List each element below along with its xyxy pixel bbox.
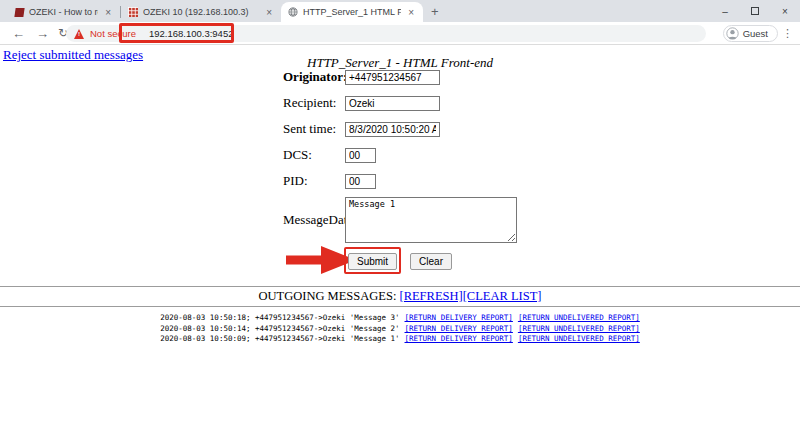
pid-label: PID: <box>283 173 345 189</box>
tab-bar: OZEKI - How to receive SMS in C × OZEKI … <box>0 0 800 22</box>
return-delivery-report-link[interactable]: [RETURN DELIVERY REPORT] <box>405 313 513 322</box>
sent-time-input[interactable] <box>345 122 440 137</box>
divider <box>0 306 800 307</box>
sms-form: Originator: Recipient: Sent time: DCS: P… <box>283 64 517 246</box>
maximize-icon <box>751 7 759 15</box>
window-controls: – × <box>710 0 800 22</box>
tab-title: OZEKI - How to receive SMS in C <box>29 7 98 17</box>
form-row: Recipient: <box>283 90 517 116</box>
clear-button[interactable]: Clear <box>410 253 452 270</box>
outgoing-message-row: 2020-08-03 10:50:09; +447951234567->Ozek… <box>0 334 800 345</box>
profile-button[interactable]: Guest <box>723 25 778 42</box>
originator-input[interactable] <box>345 70 440 85</box>
return-undelivered-report-link[interactable]: [RETURN UNDELIVERED REPORT] <box>518 334 640 343</box>
url-text[interactable]: 192.168.100.3:9452 <box>149 28 234 39</box>
globe-icon <box>288 7 298 17</box>
form-row: Sent time: <box>283 116 517 142</box>
form-row: DCS: <box>283 142 517 168</box>
not-secure-label[interactable]: Not secure <box>90 28 136 39</box>
form-row: MessageData: Message 1 <box>283 194 517 246</box>
close-window-button[interactable]: × <box>770 0 800 22</box>
recipient-input[interactable] <box>345 96 440 111</box>
message-data-textarea[interactable]: Message 1 <box>345 197 517 243</box>
outgoing-message-row: 2020-08-03 10:50:18; +447951234567->Ozek… <box>0 313 800 324</box>
close-tab-icon[interactable]: × <box>406 7 416 18</box>
page-content: Reject submitted messages HTTP_Server_1 … <box>0 46 800 425</box>
refresh-link[interactable]: [REFRESH] <box>399 289 462 303</box>
tab-title: OZEKI 10 (192.168.100.3) <box>143 7 259 17</box>
return-delivery-report-link[interactable]: [RETURN DELIVERY REPORT] <box>405 334 513 343</box>
tab-ozeki-article[interactable]: OZEKI - How to receive SMS in C × <box>8 2 120 22</box>
outgoing-message-row: 2020-08-03 10:50:14; +447951234567->Ozek… <box>0 324 800 335</box>
outgoing-message-list: 2020-08-03 10:50:18; +447951234567->Ozek… <box>0 313 800 345</box>
outgoing-heading-label: OUTGOING MESSAGES: <box>259 289 397 303</box>
return-undelivered-report-link[interactable]: [RETURN UNDELIVERED REPORT] <box>518 313 640 322</box>
profile-label: Guest <box>743 28 768 39</box>
message-data-label: MessageData: <box>283 212 345 228</box>
clear-list-link[interactable]: [CLEAR LIST] <box>463 289 542 303</box>
tab-ozeki-10[interactable]: OZEKI 10 (192.168.100.3) × <box>121 2 281 22</box>
close-tab-icon[interactable]: × <box>264 7 274 18</box>
dcs-label: DCS: <box>283 147 345 163</box>
dcs-input[interactable] <box>345 148 376 163</box>
maximize-button[interactable] <box>740 0 770 22</box>
recipient-label: Recipient: <box>283 95 345 111</box>
address-bar[interactable]: ! Not secure 192.168.100.3:9452 <box>66 25 706 42</box>
not-secure-warning-icon: ! <box>74 29 85 39</box>
minimize-button[interactable]: – <box>710 0 740 22</box>
back-icon[interactable]: ← <box>12 26 25 41</box>
originator-label: Originator: <box>283 69 345 85</box>
browser-menu-icon[interactable]: ⋮ <box>782 27 793 40</box>
form-buttons: Submit Clear <box>0 251 800 270</box>
message-text: 2020-08-03 10:50:09; +447951234567->Ozek… <box>160 334 399 343</box>
return-undelivered-report-link[interactable]: [RETURN UNDELIVERED REPORT] <box>518 324 640 333</box>
avatar-icon <box>726 27 739 40</box>
submit-button[interactable]: Submit <box>348 253 397 270</box>
ozeki10-grid-icon <box>128 7 138 17</box>
message-text: 2020-08-03 10:50:14; +447951234567->Ozek… <box>160 324 399 333</box>
form-row: Originator: <box>283 64 517 90</box>
tab-title: HTTP_Server_1 HTML Front-end <box>303 7 401 17</box>
ozeki-logo-icon <box>14 8 24 17</box>
divider <box>0 286 800 287</box>
message-text: 2020-08-03 10:50:18; +447951234567->Ozek… <box>160 313 399 322</box>
pid-input[interactable] <box>345 174 376 189</box>
forward-icon[interactable]: → <box>36 26 49 41</box>
new-tab-button[interactable]: + <box>431 4 439 19</box>
close-tab-icon[interactable]: × <box>103 7 113 18</box>
return-delivery-report-link[interactable]: [RETURN DELIVERY REPORT] <box>405 324 513 333</box>
form-row: PID: <box>283 168 517 194</box>
outgoing-messages-heading: OUTGOING MESSAGES: [REFRESH][CLEAR LIST] <box>0 289 800 304</box>
tab-http-server-frontend[interactable]: HTTP_Server_1 HTML Front-end × <box>281 2 423 22</box>
browser-window: OZEKI - How to receive SMS in C × OZEKI … <box>0 0 800 425</box>
sent-time-label: Sent time: <box>283 121 345 137</box>
browser-toolbar: ← → ↻ ! Not secure 192.168.100.3:9452 Gu… <box>0 22 800 45</box>
